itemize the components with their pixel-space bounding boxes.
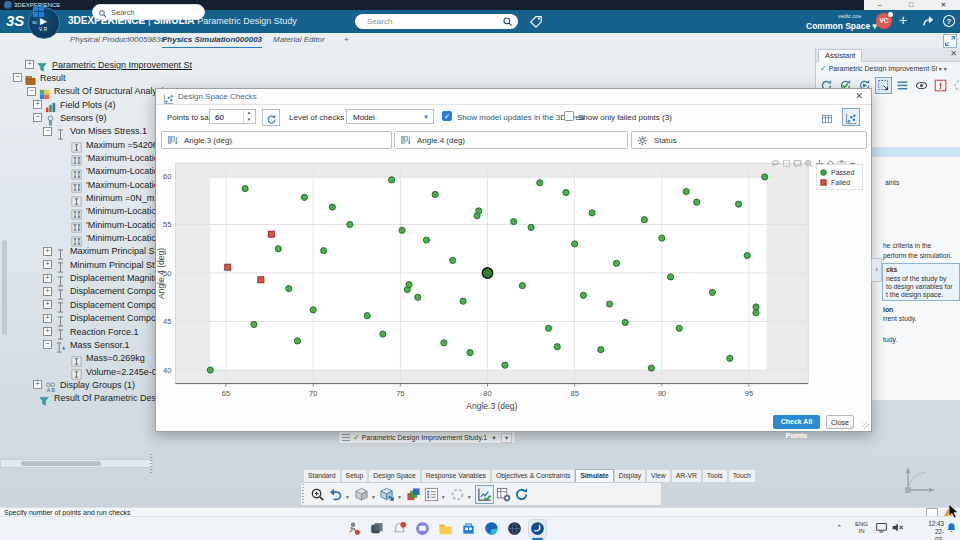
taskbar-app-folder[interactable]: [437, 520, 454, 537]
dock-tab-design-space[interactable]: Design Space: [368, 469, 420, 482]
panel-grip[interactable]: [150, 454, 152, 474]
y-axis-field-select[interactable]: Angle.4 (deg): [394, 131, 628, 149]
eye-icon[interactable]: [913, 77, 930, 94]
tag-icon[interactable]: [529, 14, 543, 28]
tree-expander-icon[interactable]: −: [43, 127, 52, 136]
menu-icon[interactable]: [342, 434, 350, 441]
taskbar-app-edge[interactable]: [483, 520, 500, 537]
data-point-passed[interactable]: [683, 188, 689, 194]
undo-icon[interactable]: [327, 486, 344, 503]
tree-item[interactable]: −Sensors (9): [33, 111, 107, 124]
dropdown-caret-icon[interactable]: ▼: [397, 494, 402, 500]
data-point-passed[interactable]: [589, 210, 595, 216]
tree-item[interactable]: −Von Mises Stress.1: [43, 125, 147, 138]
data-point-passed[interactable]: [415, 294, 421, 300]
list-box-icon[interactable]: [423, 486, 440, 503]
tree-expander-icon[interactable]: −: [13, 73, 22, 82]
spinner-icon[interactable]: [951, 77, 960, 94]
windows-start-button[interactable]: [33, 6, 45, 18]
taskbar-app-dassault[interactable]: [529, 520, 546, 537]
chevron-down-icon[interactable]: ▼: [491, 435, 496, 441]
data-point-passed[interactable]: [511, 218, 517, 224]
tree-item[interactable]: +Reaction Force.1: [43, 325, 139, 338]
chevron-down-icon[interactable]: ▼: [501, 433, 512, 443]
camera-icon[interactable]: [837, 154, 846, 163]
tree-expander-icon[interactable]: +: [43, 247, 52, 256]
cube-icon[interactable]: [353, 486, 370, 503]
panel-collapse-icon[interactable]: ‹: [871, 258, 882, 282]
sync-blue-icon[interactable]: [513, 486, 530, 503]
data-point-passed[interactable]: [563, 189, 569, 195]
data-point-passed[interactable]: [242, 186, 248, 192]
clock[interactable]: 12:4322-03-2025: [928, 520, 944, 540]
simulation-context-bar[interactable]: ✓ Parametric Design Improvement Study.1 …: [338, 431, 516, 444]
data-point-failed[interactable]: [225, 264, 231, 270]
data-point-passed[interactable]: [537, 180, 543, 186]
dock-tab-response-variables[interactable]: Response Variables: [421, 469, 491, 482]
data-point-passed[interactable]: [399, 227, 405, 233]
avatar[interactable]: VC: [876, 13, 892, 29]
legend-entry[interactable]: Passed: [820, 167, 859, 177]
zoom-in-icon[interactable]: [804, 154, 813, 163]
data-point-passed[interactable]: [207, 367, 213, 373]
list-icon[interactable]: [894, 77, 911, 94]
data-point-passed[interactable]: [528, 224, 534, 230]
tree-expander-icon[interactable]: −: [33, 113, 42, 122]
show-failed-only-checkbox[interactable]: [564, 111, 574, 121]
language-indicator[interactable]: ENGIN: [855, 521, 868, 535]
data-point-passed[interactable]: [572, 241, 578, 247]
tree-expander-icon[interactable]: +: [43, 287, 52, 296]
data-point-passed[interactable]: [294, 338, 300, 344]
crosshair-icon[interactable]: [826, 154, 835, 163]
data-point-passed[interactable]: [554, 344, 560, 350]
dropdown-caret-icon[interactable]: ▼: [441, 494, 446, 500]
maximize-button[interactable]: □: [909, 0, 913, 10]
tree-scrollbar[interactable]: [2, 240, 7, 335]
data-point-passed[interactable]: [450, 257, 456, 263]
chart-legend[interactable]: PassedFailed: [816, 164, 863, 190]
data-point-passed[interactable]: [423, 237, 429, 243]
data-point-passed[interactable]: [301, 194, 307, 200]
show-model-updates-checkbox[interactable]: ✓: [442, 111, 452, 121]
data-point-passed[interactable]: [251, 321, 257, 327]
data-point-passed[interactable]: [432, 191, 438, 197]
chevron-down-icon[interactable]: ▾: [944, 65, 947, 72]
selected-data-point[interactable]: [482, 268, 492, 278]
tree-item[interactable]: +Parametric Design Improvement St: [25, 58, 192, 71]
taskbar-app-store[interactable]: [460, 520, 477, 537]
data-point-passed[interactable]: [275, 246, 281, 252]
data-point-failed[interactable]: [258, 277, 264, 283]
data-point-passed[interactable]: [667, 274, 673, 280]
data-point-passed[interactable]: [709, 289, 715, 295]
minimize-button[interactable]: –: [878, 0, 882, 10]
tray-expand-icon[interactable]: ⌃: [836, 524, 842, 532]
app-tab--[interactable]: +: [344, 33, 349, 47]
data-point-passed[interactable]: [406, 282, 412, 288]
data-point-passed[interactable]: [580, 292, 586, 298]
dialog-resize-grip[interactable]: [862, 422, 869, 429]
dock-tab-simulate[interactable]: Simulate: [575, 469, 613, 482]
data-point-passed[interactable]: [502, 362, 508, 368]
select-dotted-icon[interactable]: [875, 77, 892, 94]
data-point-passed[interactable]: [460, 298, 466, 304]
dropdown-caret-icon[interactable]: ▼: [467, 494, 472, 500]
taskbar-app-cricket[interactable]: [345, 520, 362, 537]
dock-grip[interactable]: [302, 484, 304, 503]
scatter-view-toggle[interactable]: [842, 108, 860, 126]
data-point-passed[interactable]: [753, 310, 759, 316]
x-axis-field-select[interactable]: Angle.3 (deg): [161, 131, 392, 149]
layers-icon[interactable]: [405, 486, 422, 503]
data-point-passed[interactable]: [380, 331, 386, 337]
legend-entry[interactable]: Failed: [820, 177, 859, 187]
horizontal-scrollbar[interactable]: [0, 459, 153, 468]
tree-item[interactable]: Minimum =0N_m2: [60, 192, 159, 205]
data-point-failed[interactable]: [268, 231, 274, 237]
cube-arrow-icon[interactable]: [379, 486, 396, 503]
dock-tab-view[interactable]: View: [646, 469, 671, 482]
chevron-down-icon[interactable]: ▾: [939, 65, 942, 72]
status-field-select[interactable]: Status: [631, 131, 867, 149]
tree-expander-icon[interactable]: +: [43, 314, 52, 323]
data-point-passed[interactable]: [641, 217, 647, 223]
table-gear-icon[interactable]: [495, 486, 512, 503]
tree-item[interactable]: +Field Plots (4): [33, 98, 116, 111]
